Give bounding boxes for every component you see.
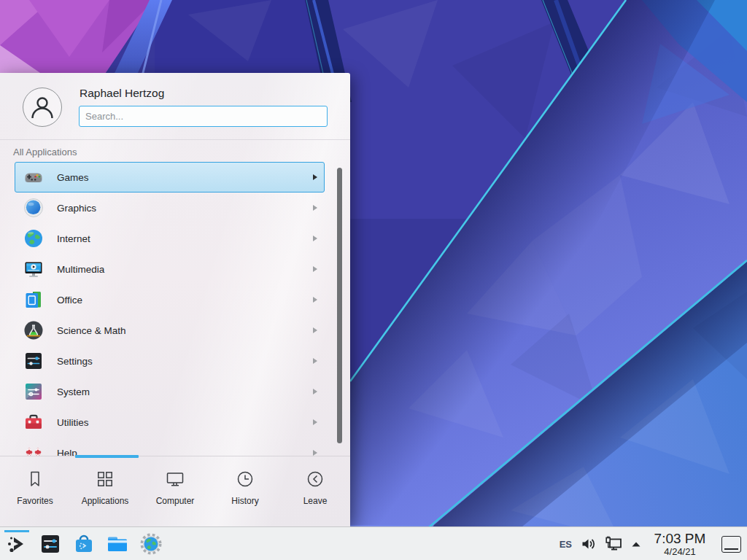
multimedia-icon (23, 259, 44, 279)
tab-applications[interactable]: Applications (70, 456, 140, 526)
sliders-icon (23, 351, 44, 371)
category-games[interactable]: Games (15, 162, 325, 192)
discover-bag-icon (72, 532, 96, 556)
chevron-right-icon (313, 358, 317, 364)
category-help[interactable]: Help (15, 438, 325, 456)
digital-clock[interactable]: 7:03 PM 4/24/21 (650, 532, 710, 557)
tab-label: Favorites (17, 496, 53, 506)
tab-computer[interactable]: Computer (140, 456, 210, 526)
chevron-right-icon (313, 389, 317, 394)
clock-icon (235, 469, 255, 489)
active-tab-indicator (75, 455, 139, 458)
monitor-icon (165, 469, 185, 489)
category-label: Graphics (57, 203, 313, 214)
category-label: Multimedia (57, 264, 313, 275)
user-icon (23, 88, 61, 126)
tab-history[interactable]: History (210, 456, 280, 526)
search-box (79, 106, 328, 127)
category-office[interactable]: Office (15, 284, 325, 315)
tab-label: History (231, 496, 258, 506)
section-label: All Applications (13, 147, 77, 158)
chevron-right-icon (313, 266, 317, 272)
clock-date: 4/24/21 (650, 547, 710, 557)
chevron-right-icon (313, 236, 317, 241)
grid-icon (95, 469, 115, 489)
category-label: Games (57, 172, 313, 183)
user-name: Raphael Hertzog (80, 87, 164, 100)
tab-label: Applications (82, 496, 129, 506)
bookmark-icon (25, 469, 45, 489)
application-launcher-menu: Raphael Hertzog All Applications Games (0, 73, 350, 526)
category-internet[interactable]: Internet (15, 223, 325, 254)
category-utilities[interactable]: Utilities (15, 407, 325, 438)
office-doc-icon (23, 289, 44, 310)
scrollbar-thumb[interactable] (337, 168, 342, 443)
category-label: System (57, 386, 313, 397)
gamepad-icon (23, 167, 44, 187)
toolbox-icon (23, 412, 44, 432)
category-list: Games Graphics (0, 162, 350, 456)
sphere-icon (23, 198, 44, 218)
chevron-right-icon (313, 174, 317, 180)
taskbar-launchers (0, 529, 166, 559)
search-input[interactable] (79, 106, 328, 127)
kickoff-launcher-icon (5, 532, 28, 556)
category-settings[interactable]: Settings (15, 346, 325, 376)
category-label: Settings (57, 356, 313, 367)
system-icon (23, 381, 44, 402)
clock-time: 7:03 PM (650, 532, 710, 546)
category-label: Utilities (57, 417, 313, 428)
taskbar-panel: ES 7:03 PM 4/24/21 (0, 526, 747, 560)
category-multimedia[interactable]: Multimedia (15, 254, 325, 284)
category-label: Science & Math (57, 325, 313, 336)
show-desktop-button[interactable] (721, 536, 741, 553)
chevron-right-icon (313, 450, 317, 456)
chevron-right-icon (313, 419, 317, 425)
caret-up-icon[interactable] (631, 541, 641, 548)
launcher-header: Raphael Hertzog (0, 73, 350, 140)
globe-gear-icon (139, 532, 163, 556)
globe-icon (23, 228, 44, 249)
active-app-indicator (4, 530, 29, 532)
kickoff-launcher-button[interactable] (2, 529, 31, 559)
category-graphics[interactable]: Graphics (15, 192, 325, 223)
help-icon (23, 443, 44, 456)
tab-leave[interactable]: Leave (280, 456, 350, 526)
system-tray: ES 7:03 PM 4/24/21 (560, 527, 741, 560)
flask-icon (23, 320, 44, 341)
leave-circle-icon (305, 469, 325, 489)
dolphin-button[interactable] (103, 529, 132, 559)
user-avatar[interactable] (23, 88, 62, 127)
chevron-right-icon (313, 297, 317, 303)
launcher-tabbar: Favorites Applications Computer (0, 456, 350, 526)
category-label: Office (57, 295, 313, 306)
category-science-math[interactable]: Science & Math (15, 315, 325, 346)
category-system[interactable]: System (15, 376, 325, 407)
system-settings-button[interactable] (36, 529, 65, 559)
category-label: Internet (57, 233, 313, 244)
keyboard-layout-indicator[interactable]: ES (560, 539, 572, 550)
volume-icon[interactable] (581, 537, 596, 551)
discover-button[interactable] (69, 529, 98, 559)
chevron-right-icon (313, 327, 317, 333)
tab-label: Computer (156, 496, 195, 506)
tab-label: Leave (303, 496, 328, 506)
system-settings-icon (39, 532, 62, 556)
konqueror-button[interactable] (136, 529, 166, 559)
tab-favorites[interactable]: Favorites (0, 456, 70, 526)
chevron-right-icon (313, 205, 317, 211)
network-icon[interactable] (605, 536, 622, 552)
dolphin-folder-icon (106, 532, 129, 556)
